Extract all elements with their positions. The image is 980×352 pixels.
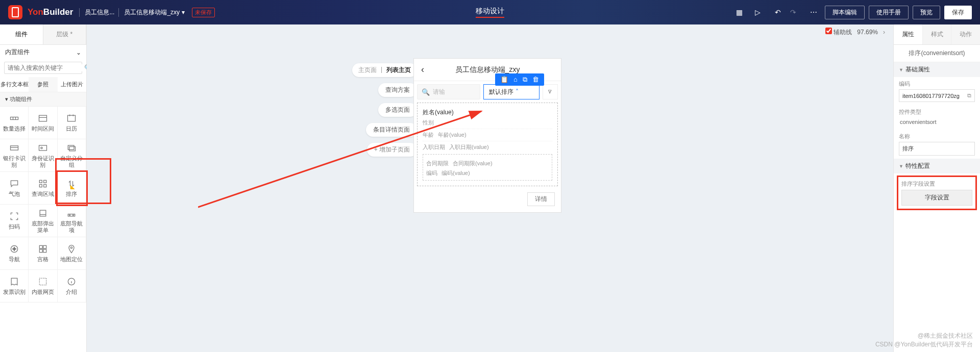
svg-rect-18 (40, 210, 46, 216)
comp-counter[interactable]: 数量选择 (0, 107, 29, 139)
zoom-level: 97.69% (857, 29, 878, 36)
svg-rect-12 (68, 145, 75, 149)
undo-icon[interactable]: ↶ (771, 5, 785, 19)
list-card[interactable]: 姓名(value) 性别 年龄年龄(value) 入职日期入职日期(value)… (417, 103, 558, 186)
page-multi[interactable]: 多选页面 (378, 103, 417, 117)
page-list: 主页面|列表主页 查询方案 多选页面 条目详情页面 + 增加子页面 (352, 63, 417, 157)
copy-icon[interactable]: ⧉ (967, 92, 971, 99)
breadcrumb: 员工信息... 员工信息移动端_zxy ▾ 未保存 (79, 8, 215, 17)
search-icon: 🔍 (422, 88, 430, 96)
svg-rect-25 (43, 246, 46, 249)
svg-rect-5 (68, 115, 76, 121)
field-name: 姓名(value) (423, 108, 552, 117)
device-search[interactable]: 🔍请输 (417, 84, 480, 99)
svg-rect-0 (10, 117, 18, 120)
tb-home-icon[interactable]: ⌂ (513, 76, 518, 84)
tb-clipboard-icon[interactable]: 📋 (500, 76, 508, 84)
builtin-toggle[interactable]: 内置组件⌄ (0, 45, 86, 60)
chevron-right-icon[interactable]: › (883, 29, 885, 36)
svg-rect-27 (43, 249, 46, 253)
svg-rect-24 (39, 246, 42, 249)
add-child-page[interactable]: + 增加子页面 (367, 143, 417, 157)
svg-rect-15 (44, 181, 46, 183)
canvas-area[interactable]: 辅助线 97.69% › 主页面|列表主页 查询方案 多选页面 条目详情页面 +… (87, 24, 893, 352)
comp-mappin[interactable]: 地图定位 (58, 237, 86, 270)
svg-rect-29 (39, 279, 46, 285)
comp-navitem[interactable]: 底部导航项 (58, 205, 86, 237)
lbl-sortfield: 排序字段设置 (901, 180, 972, 188)
page-main[interactable]: 主页面|列表主页 (352, 63, 417, 77)
manual-button[interactable]: 使用手册 (869, 6, 909, 19)
highlight-trait: 排序字段设置 字段设置 (897, 175, 977, 210)
svg-point-28 (71, 247, 72, 248)
preview-button[interactable]: 预览 (913, 6, 940, 19)
save-button[interactable]: 保存 (944, 6, 972, 19)
svg-point-22 (73, 215, 74, 216)
play-icon[interactable]: ▷ (750, 5, 765, 19)
chevron-down-icon: ⌄ (76, 49, 81, 56)
more-icon[interactable]: ⋯ (806, 5, 821, 19)
comp-idcard[interactable]: 身份证识别 (29, 139, 57, 172)
detail-button[interactable]: 详情 (527, 192, 555, 206)
chevron-up-icon: ˄ (516, 88, 519, 95)
filter-icon[interactable]: ⛛ (543, 84, 558, 99)
aux-lines-toggle[interactable]: 辅助线 (825, 28, 852, 37)
tab-actions[interactable]: 动作 (951, 24, 980, 44)
comp-queryarea[interactable]: 查询区域 (29, 172, 57, 205)
cat-upload[interactable]: 上传图片 (58, 77, 86, 92)
page-query[interactable]: 查询方案 (378, 83, 417, 97)
watermark: @稀土掘金技术社区 CSDN @YonBuilder低代码开发平台 (875, 332, 973, 349)
comp-grid[interactable]: 宫格 (29, 237, 57, 270)
tb-copy-icon[interactable]: ⧉ (523, 76, 527, 84)
field-setting-button[interactable]: 字段设置 (901, 190, 972, 206)
unsaved-tag: 未保存 (192, 8, 215, 17)
field-name-input[interactable]: 排序 (899, 142, 975, 156)
grid-icon[interactable]: ▦ (732, 5, 746, 19)
search-input[interactable] (8, 64, 84, 71)
page-mode-tab[interactable]: 移动设计 (476, 7, 504, 18)
comp-customgroup[interactable]: 自定义分组 (58, 139, 86, 172)
tab-style[interactable]: 样式 (922, 24, 951, 44)
comp-bubble[interactable]: 气泡 (0, 172, 29, 205)
field-code[interactable]: item1608017797720zg⧉ (899, 89, 975, 102)
dropdown-icon[interactable]: ▾ (182, 9, 185, 16)
tab-props[interactable]: 属性 (894, 24, 922, 44)
section-basic[interactable]: 基础属性 (894, 62, 980, 77)
sort-dropdown[interactable]: 默认排序˄ (483, 84, 540, 99)
page-detail[interactable]: 条目详情页面 (366, 123, 417, 137)
crumb-1[interactable]: 员工信息... (79, 8, 114, 17)
tab-components[interactable]: 组件 (0, 24, 43, 44)
comp-invoice[interactable]: 发票识别 (0, 270, 29, 303)
comp-timerange[interactable]: 时间区间 (29, 107, 57, 139)
comp-calendar[interactable]: 日历 (58, 107, 86, 139)
top-bar: YonBuilder 员工信息... 员工信息移动端_zxy ▾ 未保存 移动设… (0, 0, 980, 24)
comp-webview[interactable]: 内嵌网页 (29, 270, 57, 303)
comp-sort[interactable]: 排序 (58, 172, 86, 205)
comp-nav[interactable]: 导航 (0, 237, 29, 270)
device-title: 员工信息移动端_zxy (431, 65, 561, 74)
redo-icon[interactable]: ↷ (786, 5, 800, 19)
cat-reference[interactable]: 参照 (29, 77, 57, 92)
tb-delete-icon[interactable]: 🗑 (532, 76, 539, 84)
comp-bankcard[interactable]: 银行卡识别 (0, 139, 29, 172)
svg-point-21 (69, 215, 70, 216)
crumb-2[interactable]: 员工信息移动端_zxy ▾ (118, 8, 185, 17)
component-search[interactable]: 🔍 (4, 62, 82, 74)
svg-point-11 (41, 147, 42, 148)
section-trait[interactable]: 特性配置 (894, 159, 980, 173)
script-edit-button[interactable]: 脚本编辑 (825, 6, 865, 19)
comp-scan[interactable]: 扫码 (0, 205, 29, 237)
group-functional[interactable]: ▾ 功能组件 (0, 92, 86, 107)
back-icon[interactable]: ‹ (414, 64, 431, 75)
svg-rect-14 (39, 181, 42, 183)
logo-icon (8, 5, 22, 19)
logo-text: YonBuilder (28, 7, 73, 17)
tab-hierarchy[interactable]: 层级 * (43, 24, 87, 44)
cat-multitext[interactable]: 多行文本框 (0, 77, 29, 92)
lbl-type: 控件类型 (899, 108, 975, 116)
lbl-name: 名称 (899, 133, 975, 140)
selected-component-title: 排序(convenientsort) (894, 45, 980, 62)
svg-rect-8 (10, 146, 18, 150)
comp-actionsheet[interactable]: 底部弹出菜单 (29, 205, 57, 237)
comp-intro[interactable]: 介绍 (58, 270, 86, 303)
